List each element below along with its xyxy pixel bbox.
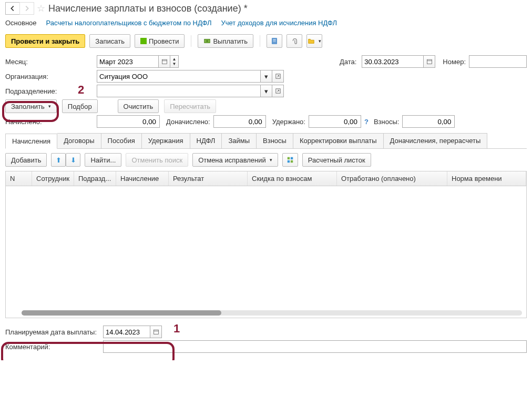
tab-deductions[interactable]: Удержания xyxy=(142,133,190,148)
planned-date-calendar-button[interactable] xyxy=(150,326,162,338)
recalc-button[interactable]: Пересчитать xyxy=(164,99,216,113)
favorite-star-icon[interactable]: ☆ xyxy=(37,3,45,14)
row-fill-buttons: Заполнить ▾ Подбор Очистить Пересчитать xyxy=(5,99,527,113)
table-toolbar: Добавить ⬆ ⬇ Найти... Отменить поиск Отм… xyxy=(5,149,527,171)
dept-input[interactable] xyxy=(97,85,261,97)
col-norm[interactable]: Норма времени xyxy=(447,171,526,186)
row-planned-date: Планируемая дата выплаты: xyxy=(5,326,527,338)
tab-addl-accruals[interactable]: Доначисления, перерасчеты xyxy=(384,133,488,148)
col-result[interactable]: Результат xyxy=(169,171,248,186)
addl-label: Доначислено: xyxy=(166,118,210,126)
more-actions-button[interactable]: ▾ xyxy=(306,34,322,48)
chevron-down-icon: ▾ xyxy=(319,38,321,44)
svg-rect-11 xyxy=(288,157,290,159)
clear-button[interactable]: Очистить xyxy=(118,99,159,113)
tab-loans[interactable]: Займы xyxy=(222,133,257,148)
dept-label: Подразделение: xyxy=(5,87,94,95)
date-label: Дата: xyxy=(340,58,356,66)
tab-contracts[interactable]: Договоры xyxy=(57,133,101,148)
report-button[interactable] xyxy=(267,34,282,48)
attachment-button[interactable] xyxy=(287,34,302,48)
find-button[interactable]: Найти... xyxy=(85,153,121,167)
fill-button-label: Заполнить xyxy=(11,103,45,110)
move-down-button[interactable]: ⬇ xyxy=(66,153,80,167)
horizontal-scrollbar[interactable] xyxy=(22,310,522,316)
org-input-group: ▾ xyxy=(97,70,284,83)
write-button[interactable]: Записать xyxy=(89,34,130,48)
nav-forward-button[interactable] xyxy=(19,2,34,15)
calendar-icon xyxy=(153,329,159,335)
payslip-button[interactable]: Расчетный листок xyxy=(302,153,371,167)
planned-date-input-group xyxy=(103,326,162,338)
link-ndfl-budget[interactable]: Расчеты налогоплательщиков с бюджетом по… xyxy=(46,19,212,27)
chevron-down-icon: ▾ xyxy=(270,157,272,163)
col-worked[interactable]: Отработано (оплачено) xyxy=(337,171,447,186)
org-dropdown-button[interactable]: ▾ xyxy=(261,70,272,83)
show-details-button[interactable] xyxy=(282,153,298,167)
tab-accruals[interactable]: Начисления xyxy=(5,134,57,149)
row-comment: Комментарий: xyxy=(5,340,527,353)
planned-date-input[interactable] xyxy=(103,326,150,338)
toolbar-separator xyxy=(191,35,191,47)
withheld-value xyxy=(309,115,361,128)
col-discount[interactable]: Скидка по взносам xyxy=(248,171,337,186)
scrollbar-thumb[interactable] xyxy=(22,310,221,316)
page-title: Начисление зарплаты и взносов (создание)… xyxy=(48,3,248,14)
comment-label: Комментарий: xyxy=(5,343,100,351)
month-spinner[interactable]: ▲▼ xyxy=(170,55,179,68)
tab-ndfl[interactable]: НДФЛ xyxy=(190,133,222,148)
comment-input[interactable] xyxy=(103,340,527,353)
post-and-close-button[interactable]: Провести и закрыть xyxy=(5,34,85,48)
month-input[interactable] xyxy=(97,55,159,68)
pick-button[interactable]: Подбор xyxy=(62,99,98,113)
tab-contributions[interactable]: Взносы xyxy=(257,133,293,148)
dept-open-button[interactable] xyxy=(272,85,284,97)
col-employee[interactable]: Сотрудник xyxy=(32,171,74,186)
date-input[interactable] xyxy=(362,55,424,68)
open-icon xyxy=(275,88,281,94)
number-label: Номер: xyxy=(443,58,466,66)
cancel-fix-button[interactable]: Отмена исправлений ▾ xyxy=(192,153,278,167)
post-icon xyxy=(140,38,147,44)
link-main[interactable]: Основное xyxy=(5,19,37,27)
tab-corrections[interactable]: Корректировки выплаты xyxy=(293,133,384,148)
month-calendar-button[interactable] xyxy=(159,55,170,68)
svg-point-1 xyxy=(207,40,209,42)
link-ndfl-income[interactable]: Учет доходов для исчисления НДФЛ xyxy=(221,19,336,27)
nav-back-button[interactable] xyxy=(5,2,20,15)
withheld-label: Удержано: xyxy=(272,118,305,126)
col-accrual[interactable]: Начисление xyxy=(116,171,169,186)
calendar-icon xyxy=(161,58,168,65)
accruals-table[interactable]: N Сотрудник Подразд... Начисление Резуль… xyxy=(5,171,527,318)
pay-button[interactable]: Выплатить xyxy=(198,34,253,48)
svg-rect-14 xyxy=(291,160,293,163)
section-links: Основное Расчеты налогоплательщиков с бю… xyxy=(0,17,532,32)
org-open-button[interactable] xyxy=(272,70,284,83)
table-header: N Сотрудник Подразд... Начисление Резуль… xyxy=(6,171,526,186)
col-n[interactable]: N xyxy=(6,171,32,186)
add-row-button[interactable]: Добавить xyxy=(5,153,47,167)
move-up-button[interactable]: ⬆ xyxy=(51,153,66,167)
org-input[interactable] xyxy=(97,70,261,83)
contrib-label: Взносы: xyxy=(374,118,400,126)
cancel-search-button[interactable]: Отменить поиск xyxy=(126,153,188,167)
dept-input-group: ▾ xyxy=(97,85,284,97)
form-area: Месяц: ▲▼ Дата: Номер: Организация: ▾ xyxy=(0,55,532,318)
tab-benefits[interactable]: Пособия xyxy=(101,133,142,148)
post-button[interactable]: Провести xyxy=(135,34,185,48)
main-toolbar: Провести и закрыть Записать Провести Вып… xyxy=(0,32,532,53)
money-icon xyxy=(203,37,211,45)
svg-rect-7 xyxy=(427,59,432,64)
col-department[interactable]: Подразд... xyxy=(74,171,116,186)
move-row-buttons: ⬆ ⬇ xyxy=(51,153,80,167)
svg-rect-13 xyxy=(288,160,290,163)
calendar-icon xyxy=(426,58,433,65)
contrib-value xyxy=(402,115,455,128)
dept-dropdown-button[interactable]: ▾ xyxy=(261,85,272,97)
number-input[interactable] xyxy=(469,55,527,68)
top-bar: ☆ Начисление зарплаты и взносов (создани… xyxy=(0,0,532,17)
date-calendar-button[interactable] xyxy=(424,55,435,68)
help-icon[interactable]: ? xyxy=(364,118,369,126)
chevron-down-icon: ▾ xyxy=(48,104,51,109)
fill-button[interactable]: Заполнить ▾ xyxy=(5,99,57,113)
